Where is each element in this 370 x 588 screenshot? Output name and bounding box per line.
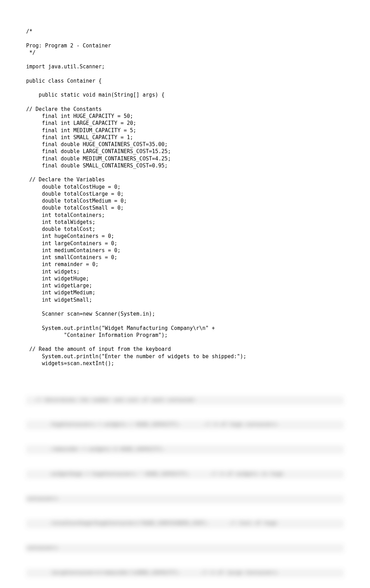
blurred-line: hugeContainers = widgets / HUGE_CAPACITY… — [26, 421, 344, 429]
blurred-line: largeContainers=remainder/LARGE_CAPACITY… — [26, 569, 344, 577]
blurred-code-content: // Determines the number and cost of eac… — [26, 381, 344, 588]
blurred-line: // Determines the number and cost of eac… — [26, 396, 344, 405]
code-text: /* Prog: Program 2 - Container */ import… — [26, 28, 246, 367]
blurred-line: widgetHuge = hugeContainers * HUGE_CAPAC… — [26, 470, 344, 478]
code-content: /* Prog: Program 2 - Container */ import… — [26, 28, 344, 367]
blurred-line: containers — [26, 544, 344, 552]
blurred-line: remainder = widgets % HUGE_CAPACITY; — [26, 445, 344, 454]
blurred-line: containers — [26, 495, 344, 503]
blurred-line: totalCostHuge=hugeContainers*HUGE_CONTAI… — [26, 519, 344, 528]
